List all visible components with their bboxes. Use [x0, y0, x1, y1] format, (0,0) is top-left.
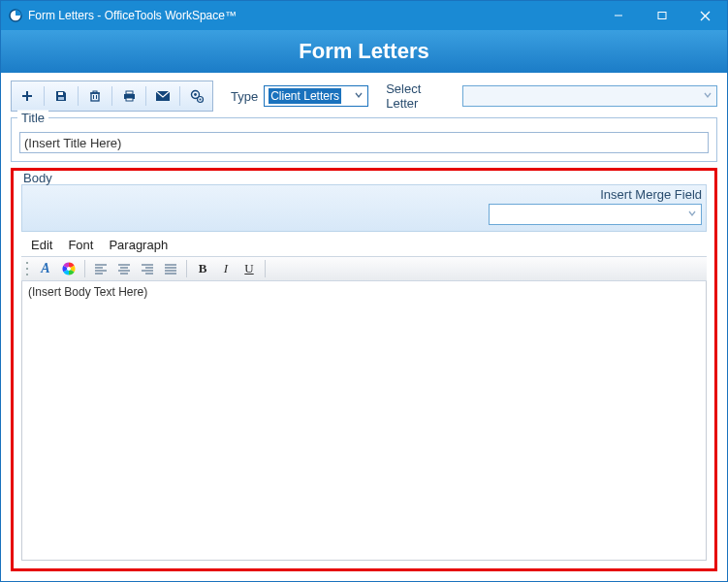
toolbar-grip [25, 261, 29, 276]
color-wheel-icon [61, 261, 77, 276]
font-color-button[interactable] [58, 259, 79, 278]
trash-icon [88, 89, 102, 103]
align-right-button[interactable] [137, 259, 158, 278]
align-left-button[interactable] [90, 259, 111, 278]
svg-rect-16 [126, 98, 133, 101]
maximize-button[interactable] [640, 1, 683, 30]
type-label: Type [231, 89, 258, 104]
toolbar-separator [78, 86, 79, 106]
editor-separator [186, 260, 187, 277]
italic-button[interactable]: I [215, 259, 237, 278]
gear-icon [190, 89, 205, 104]
title-input[interactable] [19, 132, 709, 153]
type-selected: Client Letters [269, 88, 341, 104]
body-groupbox: Body Insert Merge Field Edit Font Paragr… [11, 168, 717, 571]
window-controls [596, 1, 727, 30]
toolbar-separator [44, 86, 45, 106]
email-button[interactable] [150, 84, 175, 108]
title-legend: Title [17, 111, 48, 125]
align-center-button[interactable] [113, 259, 135, 278]
window-title: Form Letters - OfficeTools WorkSpace™ [28, 9, 596, 22]
merge-field-dropdown[interactable] [489, 204, 702, 225]
save-icon [54, 89, 68, 103]
menu-edit[interactable]: Edit [31, 238, 52, 252]
chevron-down-icon [703, 90, 712, 100]
svg-rect-13 [93, 91, 97, 93]
menu-paragraph[interactable]: Paragraph [109, 238, 168, 252]
banner-heading: Form Letters [299, 39, 428, 64]
svg-rect-8 [58, 97, 64, 100]
app-window: Form Letters - OfficeTools WorkSpace™ Fo… [0, 0, 728, 582]
align-right-icon [141, 263, 154, 275]
select-letter-group: Select Letter [386, 81, 717, 111]
print-button[interactable] [116, 84, 142, 108]
underline-icon: U [244, 261, 253, 276]
toolbar-separator [145, 86, 146, 106]
body-textarea[interactable]: (Insert Body Text Here) [21, 281, 707, 561]
settings-button[interactable] [184, 84, 209, 108]
editor-separator [84, 260, 85, 277]
type-group: Type Client Letters [231, 85, 368, 107]
svg-point-21 [199, 98, 201, 100]
underline-button[interactable]: U [238, 259, 260, 278]
toolbar-row: Type Client Letters Select Letter [11, 81, 717, 112]
body-text: (Insert Body Text Here) [28, 285, 147, 299]
svg-rect-2 [658, 13, 666, 19]
svg-point-23 [67, 267, 71, 271]
font-a-icon: A [41, 261, 49, 276]
align-center-icon [117, 263, 131, 275]
svg-point-19 [194, 93, 197, 96]
chevron-down-icon [354, 90, 364, 100]
minimize-button[interactable] [596, 1, 640, 30]
toolbar-separator [179, 86, 180, 106]
svg-rect-7 [58, 92, 63, 95]
select-letter-label: Select Letter [386, 81, 456, 111]
align-left-icon [94, 263, 108, 275]
editor-separator [265, 260, 266, 277]
type-dropdown[interactable]: Client Letters [264, 85, 368, 107]
editor-toolbar: A [21, 256, 707, 281]
plus-icon [20, 89, 34, 103]
print-icon [122, 89, 137, 103]
merge-field-row: Insert Merge Field [21, 184, 707, 232]
page-banner: Form Letters [1, 30, 727, 73]
email-icon [155, 90, 171, 102]
align-justify-icon [164, 263, 177, 275]
save-button[interactable] [48, 84, 74, 108]
merge-field-label: Insert Merge Field [600, 187, 702, 202]
font-style-button[interactable]: A [35, 259, 56, 278]
title-groupbox: Title [11, 117, 717, 162]
new-button[interactable] [15, 84, 40, 108]
chevron-down-icon [687, 209, 697, 218]
toolbar-separator [111, 86, 112, 106]
align-justify-button[interactable] [160, 259, 181, 278]
svg-rect-9 [91, 93, 99, 101]
app-icon [9, 9, 22, 22]
titlebar: Form Letters - OfficeTools WorkSpace™ [1, 1, 727, 30]
delete-button[interactable] [82, 84, 108, 108]
content-area: Type Client Letters Select Letter [1, 73, 727, 581]
svg-rect-15 [126, 91, 133, 94]
select-letter-dropdown[interactable] [462, 85, 717, 107]
bold-button[interactable]: B [192, 259, 213, 278]
editor-menu: Edit Font Paragraph [21, 232, 707, 256]
body-legend: Body [23, 171, 52, 185]
body-inner: Insert Merge Field Edit Font Paragraph [21, 184, 707, 561]
icon-toolbar [11, 81, 213, 112]
menu-font[interactable]: Font [68, 238, 93, 252]
italic-icon: I [224, 261, 228, 276]
bold-icon: B [199, 261, 207, 276]
close-button[interactable] [683, 1, 727, 30]
